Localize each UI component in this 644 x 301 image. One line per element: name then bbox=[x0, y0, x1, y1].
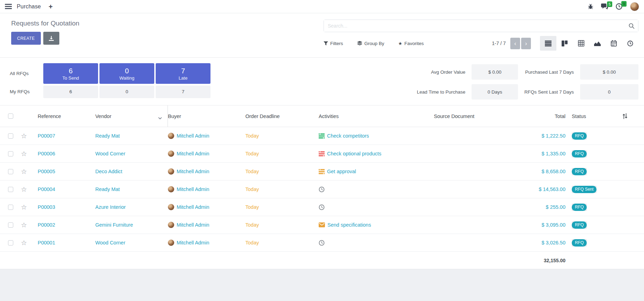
activity-cell[interactable]: Check optional products bbox=[319, 151, 434, 156]
export-download-button[interactable] bbox=[43, 32, 59, 45]
buyer-name[interactable]: Mitchell Admin bbox=[177, 222, 209, 228]
table-row[interactable]: ☆ P00004 Ready Mat Mitchell Admin Today … bbox=[0, 181, 644, 198]
reference-link[interactable]: P00005 bbox=[38, 169, 95, 174]
waiting-card[interactable]: 0 Waiting bbox=[99, 63, 154, 84]
vendor-link[interactable]: Ready Mat bbox=[95, 133, 168, 139]
buyer-name[interactable]: Mitchell Admin bbox=[177, 240, 209, 245]
activity-cell[interactable] bbox=[319, 240, 434, 246]
graph-view-button[interactable] bbox=[589, 36, 606, 51]
column-header-reference[interactable]: Reference bbox=[38, 113, 95, 119]
table-row[interactable]: ☆ P00007 Ready Mat Mitchell Admin Today … bbox=[0, 127, 644, 145]
favorite-star-icon[interactable]: ☆ bbox=[21, 150, 27, 157]
reference-link[interactable]: P00007 bbox=[38, 133, 95, 139]
buyer-name[interactable]: Mitchell Admin bbox=[177, 151, 209, 156]
table-row[interactable]: ☆ P00005 Deco Addict Mitchell Admin Toda… bbox=[0, 163, 644, 181]
create-button[interactable]: CREATE bbox=[11, 32, 41, 45]
row-checkbox[interactable] bbox=[8, 205, 13, 210]
sort-chevron-down-icon[interactable] bbox=[158, 115, 162, 120]
row-checkbox[interactable] bbox=[8, 169, 13, 174]
favorite-star-icon[interactable]: ☆ bbox=[21, 133, 27, 139]
reference-link[interactable]: P00003 bbox=[38, 204, 95, 210]
pivot-view-button[interactable] bbox=[573, 36, 589, 51]
order-deadline-value[interactable]: Today bbox=[245, 186, 319, 192]
pager-previous-button[interactable]: ‹ bbox=[510, 38, 520, 49]
vendor-link[interactable]: Ready Mat bbox=[95, 186, 168, 192]
activity-cell[interactable]: Check competitors bbox=[319, 133, 434, 139]
favorite-star-icon[interactable]: ☆ bbox=[21, 186, 27, 193]
user-avatar[interactable] bbox=[630, 2, 639, 11]
calendar-view-button[interactable] bbox=[606, 36, 622, 51]
order-deadline-value[interactable]: Today bbox=[245, 204, 319, 210]
reference-link[interactable]: P00004 bbox=[38, 186, 95, 192]
activity-label[interactable]: Send specifications bbox=[327, 222, 371, 228]
status-badge[interactable]: RFQ bbox=[572, 150, 587, 157]
apps-menu-icon[interactable] bbox=[5, 4, 12, 9]
row-checkbox[interactable] bbox=[8, 133, 13, 139]
reference-link[interactable]: P00002 bbox=[38, 222, 95, 228]
favorite-star-icon[interactable]: ☆ bbox=[21, 168, 27, 175]
row-checkbox[interactable] bbox=[8, 222, 13, 228]
order-deadline-value[interactable]: Today bbox=[245, 222, 319, 228]
messages-icon[interactable]: 5 bbox=[601, 3, 608, 9]
buyer-name[interactable]: Mitchell Admin bbox=[177, 204, 209, 210]
row-checkbox[interactable] bbox=[8, 187, 13, 192]
kanban-view-button[interactable] bbox=[556, 36, 573, 51]
app-name[interactable]: Purchase bbox=[17, 3, 41, 10]
search-input[interactable] bbox=[324, 20, 638, 32]
my-to-send-card[interactable]: 6 bbox=[43, 86, 98, 98]
my-late-card[interactable]: 7 bbox=[156, 86, 210, 98]
vendor-link[interactable]: Gemini Furniture bbox=[95, 222, 168, 228]
select-all-checkbox[interactable] bbox=[8, 113, 13, 119]
vendor-link[interactable]: Wood Corner bbox=[95, 240, 168, 245]
table-row[interactable]: ☆ P00002 Gemini Furniture Mitchell Admin… bbox=[0, 216, 644, 234]
column-header-source-document[interactable]: Source Document bbox=[434, 113, 501, 119]
status-badge[interactable]: RFQ bbox=[572, 239, 587, 247]
group-by-button[interactable]: Group By bbox=[357, 41, 384, 46]
order-deadline-value[interactable]: Today bbox=[245, 240, 319, 245]
table-row[interactable]: ☆ P00003 Azure Interior Mitchell Admin T… bbox=[0, 198, 644, 216]
favorite-star-icon[interactable]: ☆ bbox=[21, 240, 27, 246]
my-rfqs-filter[interactable]: My RFQs bbox=[10, 86, 42, 98]
column-header-buyer[interactable]: Buyer bbox=[168, 113, 245, 119]
favorite-star-icon[interactable]: ☆ bbox=[21, 222, 27, 228]
pager-next-button[interactable]: › bbox=[521, 38, 531, 49]
activity-cell[interactable] bbox=[319, 186, 434, 192]
favorite-star-icon[interactable]: ☆ bbox=[21, 204, 27, 211]
status-badge[interactable]: RFQ bbox=[572, 204, 587, 211]
activity-view-button[interactable] bbox=[622, 36, 638, 51]
vendor-link[interactable]: Azure Interior bbox=[95, 204, 168, 210]
status-badge[interactable]: RFQ bbox=[572, 168, 587, 175]
reference-link[interactable]: P00006 bbox=[38, 151, 95, 156]
vendor-link[interactable]: Wood Corner bbox=[95, 151, 168, 156]
activity-label[interactable]: Check competitors bbox=[327, 133, 369, 139]
order-deadline-value[interactable]: Today bbox=[245, 151, 319, 156]
column-header-order-deadline[interactable]: Order Deadline bbox=[245, 113, 319, 119]
status-badge[interactable]: RFQ bbox=[572, 221, 587, 229]
activity-cell[interactable]: Send specifications bbox=[319, 222, 434, 228]
debug-bug-icon[interactable] bbox=[588, 4, 593, 9]
activity-cell[interactable]: Get approval bbox=[319, 169, 434, 174]
buyer-name[interactable]: Mitchell Admin bbox=[177, 186, 209, 192]
late-card[interactable]: 7 Late bbox=[156, 63, 210, 84]
column-header-status[interactable]: Status bbox=[565, 113, 618, 119]
order-deadline-value[interactable]: Today bbox=[245, 133, 319, 139]
activities-clock-icon[interactable]: 9 bbox=[616, 3, 622, 10]
column-header-activities[interactable]: Activities bbox=[319, 113, 434, 119]
column-header-total[interactable]: Total bbox=[501, 113, 565, 119]
table-row[interactable]: ☆ P00001 Wood Corner Mitchell Admin Toda… bbox=[0, 234, 644, 252]
activity-cell[interactable] bbox=[319, 204, 434, 210]
activity-label[interactable]: Check optional products bbox=[327, 151, 382, 156]
vendor-link[interactable]: Deco Addict bbox=[95, 169, 168, 174]
buyer-name[interactable]: Mitchell Admin bbox=[177, 133, 209, 139]
buyer-name[interactable]: Mitchell Admin bbox=[177, 169, 209, 174]
to-send-card[interactable]: 6 To Send bbox=[43, 63, 98, 84]
table-row[interactable]: ☆ P00006 Wood Corner Mitchell Admin Toda… bbox=[0, 145, 644, 163]
row-checkbox[interactable] bbox=[8, 151, 13, 156]
new-tab-icon[interactable]: + bbox=[49, 3, 53, 10]
search-icon[interactable] bbox=[629, 23, 635, 30]
optional-columns-button[interactable] bbox=[618, 113, 644, 119]
column-header-vendor[interactable]: Vendor bbox=[95, 105, 168, 127]
list-view-button[interactable] bbox=[540, 36, 556, 51]
row-checkbox[interactable] bbox=[8, 240, 13, 245]
filters-button[interactable]: Filters bbox=[324, 41, 343, 46]
